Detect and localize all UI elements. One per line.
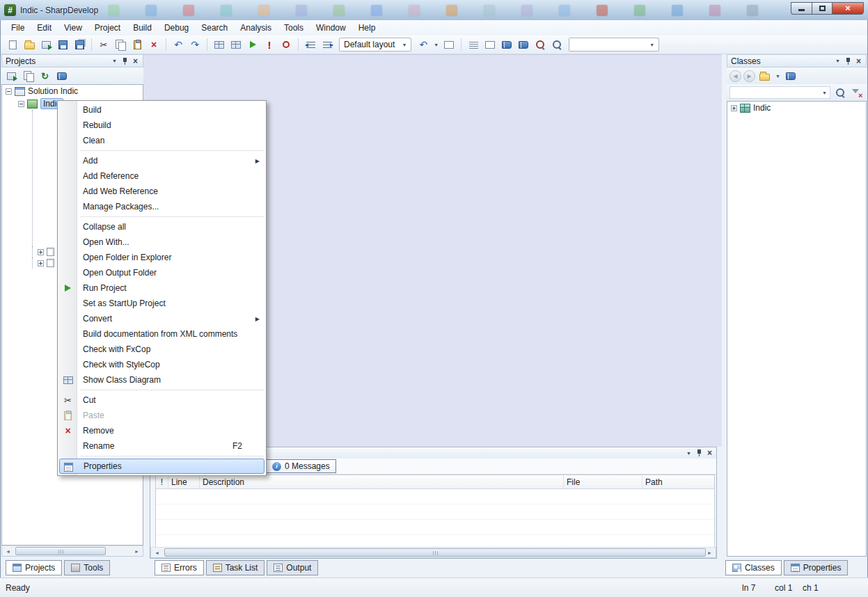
scrollbar-track[interactable] <box>163 548 704 557</box>
panel-pin-button[interactable] <box>694 448 704 458</box>
panel-menu-button[interactable]: ▼ <box>109 56 120 66</box>
run-without-debugger-button[interactable]: ! <box>262 37 277 52</box>
layout-selector[interactable]: Default layout ▼ <box>339 38 411 51</box>
cut-button[interactable]: ✂ <box>96 37 111 52</box>
bottom-tab-task-list[interactable]: Task List <box>206 560 265 575</box>
build-solution-button[interactable] <box>228 37 244 52</box>
folder-options-button[interactable] <box>757 69 772 83</box>
close-button[interactable]: × <box>832 2 864 15</box>
context-menu-item-build[interactable]: Build <box>58 102 266 118</box>
build-button[interactable] <box>212 37 227 52</box>
navigate-back-dropdown[interactable]: ▼ <box>432 42 440 47</box>
maximize-button[interactable] <box>812 2 832 15</box>
menu-window[interactable]: Window <box>310 20 352 35</box>
context-menu-item-show-class-diagram[interactable]: Show Class Diagram <box>58 372 266 388</box>
tree-item-solution[interactable]: Solution Indic <box>2 85 143 97</box>
search-button[interactable] <box>833 86 847 100</box>
column-header-severity[interactable]: ! <box>156 475 168 488</box>
minimize-button[interactable] <box>791 2 812 15</box>
breakpoint-button[interactable] <box>278 37 294 52</box>
help-contents-button[interactable] <box>499 37 514 52</box>
classes-filter-combobox[interactable]: ▼ <box>729 86 830 99</box>
context-menu-item-run-project[interactable]: Run Project <box>58 280 266 296</box>
context-menu-item-check-with-stylecop[interactable]: Check with StyleCop <box>58 357 266 372</box>
clear-search-button[interactable] <box>532 37 548 52</box>
delete-button[interactable]: × <box>146 37 161 52</box>
scrollbar-track[interactable] <box>14 546 131 556</box>
context-menu-item-convert[interactable]: Convert▶ <box>58 311 266 326</box>
panel-menu-button[interactable]: ▼ <box>833 56 843 66</box>
left-tab-projects[interactable]: Projects <box>6 560 62 575</box>
panel-close-button[interactable]: × <box>130 56 141 66</box>
context-menu-item-open-folder-in-explorer[interactable]: Open Folder in Explorer <box>58 250 266 265</box>
paste-button[interactable] <box>129 37 145 52</box>
collapse-all-button[interactable] <box>21 69 35 83</box>
link-with-editor-button[interactable] <box>4 69 19 83</box>
outdent-button[interactable] <box>303 37 318 52</box>
format-lines-button[interactable] <box>466 37 481 52</box>
refresh-button[interactable]: ↻ <box>38 69 52 83</box>
undo-button[interactable]: ↶ <box>171 37 186 52</box>
scroll-left-button[interactable]: ◄ <box>2 546 14 556</box>
new-file-button[interactable] <box>5 37 20 52</box>
messages-toggle-button[interactable]: i 0 Messages <box>266 459 336 473</box>
save-button[interactable] <box>55 37 70 52</box>
print-button[interactable] <box>441 37 457 52</box>
column-header-file[interactable]: File <box>564 475 642 488</box>
open-file-button[interactable] <box>22 37 37 52</box>
save-all-button[interactable] <box>72 37 87 52</box>
context-menu-item-build-documentation-from-xml-comments[interactable]: Build documentation from XML comments <box>58 326 266 342</box>
context-menu-item-add-web-reference[interactable]: Add Web Reference <box>58 184 266 199</box>
left-tab-tools[interactable]: Tools <box>64 560 110 575</box>
run-button[interactable] <box>245 37 260 52</box>
menu-search[interactable]: Search <box>195 20 234 35</box>
menu-project[interactable]: Project <box>88 20 127 35</box>
panel-menu-button[interactable]: ▼ <box>684 448 694 458</box>
context-menu-item-open-with[interactable]: Open With... <box>58 234 266 250</box>
copy-button[interactable] <box>113 37 128 52</box>
navigate-forward-button[interactable]: ▶ <box>743 70 755 82</box>
projects-horizontal-scrollbar[interactable]: ◄ ► <box>1 546 143 557</box>
menu-analysis[interactable]: Analysis <box>234 20 278 35</box>
collapse-expander[interactable] <box>18 101 24 107</box>
context-menu-item-add-reference[interactable]: Add Reference <box>58 168 266 184</box>
scrollbar-thumb[interactable] <box>15 547 106 555</box>
context-menu-item-remove[interactable]: ×Remove <box>58 423 266 438</box>
expand-expander[interactable] <box>38 260 44 266</box>
column-header-description[interactable]: Description <box>200 475 564 488</box>
errors-horizontal-scrollbar[interactable]: ◄ ► <box>150 547 716 558</box>
open-solution-button[interactable] <box>38 37 54 52</box>
context-menu-item-clean[interactable]: Clean <box>58 133 266 148</box>
context-menu-item-check-with-fxcop[interactable]: Check with FxCop <box>58 342 266 357</box>
menu-help[interactable]: Help <box>352 20 382 35</box>
frame-button[interactable] <box>482 37 498 52</box>
right-tab-properties[interactable]: Properties <box>784 560 849 575</box>
redo-button[interactable]: ↷ <box>187 37 203 52</box>
indent-button[interactable] <box>319 37 335 52</box>
context-menu-item-paste[interactable]: Paste <box>58 408 266 423</box>
collapse-expander[interactable] <box>6 88 12 95</box>
menu-view[interactable]: View <box>58 20 88 35</box>
help-index-button[interactable] <box>516 37 531 52</box>
menu-edit[interactable]: Edit <box>31 20 58 35</box>
scrollbar-thumb[interactable] <box>164 548 706 557</box>
context-menu-item-cut[interactable]: ✂Cut <box>58 392 266 408</box>
menu-build[interactable]: Build <box>127 20 158 35</box>
menu-file[interactable]: File <box>5 20 31 35</box>
navigate-back-button[interactable]: ◀ <box>729 70 741 82</box>
panel-pin-button[interactable] <box>843 56 853 66</box>
column-header-line[interactable]: Line <box>168 475 200 488</box>
search-button[interactable] <box>549 37 565 52</box>
context-menu-item-properties[interactable]: Properties <box>59 459 265 474</box>
menu-debug[interactable]: Debug <box>158 20 195 35</box>
context-menu-item-collapse-all[interactable]: Collapse all <box>58 219 266 234</box>
expand-expander[interactable] <box>731 105 737 111</box>
panel-close-button[interactable]: × <box>704 448 715 458</box>
help-button[interactable] <box>784 69 798 83</box>
tree-item-classes-root[interactable]: Indic <box>727 102 866 114</box>
context-menu-item-add[interactable]: Add▶ <box>58 153 266 168</box>
folder-options-dropdown[interactable]: ▼ <box>774 74 782 79</box>
panel-close-button[interactable]: × <box>853 56 864 66</box>
context-menu-item-rebuild[interactable]: Rebuild <box>58 118 266 133</box>
context-menu-item-rename[interactable]: RenameF2 <box>58 438 266 454</box>
